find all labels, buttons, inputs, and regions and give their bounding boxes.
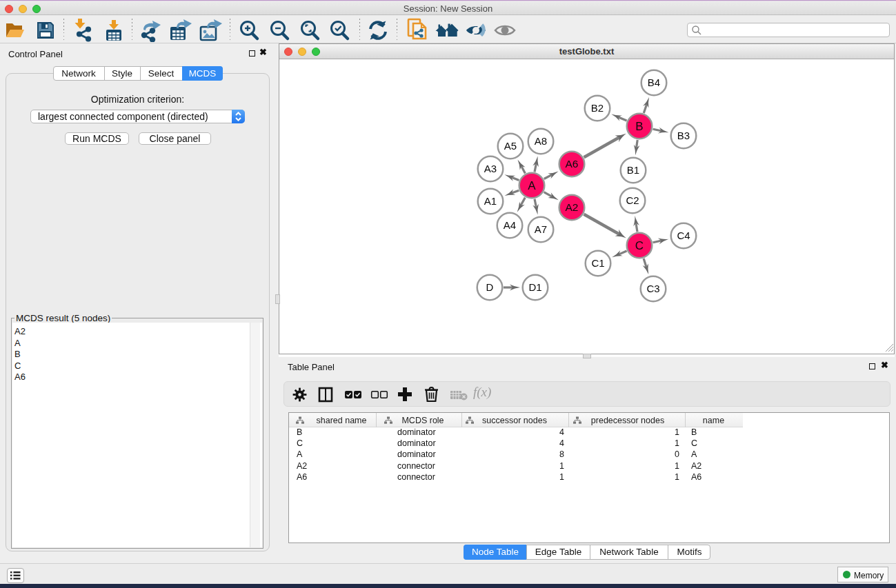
- svg-text:B: B: [635, 120, 643, 133]
- svg-text:A4: A4: [504, 219, 516, 231]
- svg-text:C2: C2: [626, 194, 639, 206]
- svg-text:D: D: [486, 281, 494, 293]
- svg-text:A8: A8: [535, 135, 547, 147]
- svg-text:A5: A5: [504, 140, 517, 152]
- svg-text:A6: A6: [566, 158, 579, 170]
- svg-text:C3: C3: [646, 283, 659, 294]
- svg-text:A3: A3: [484, 163, 497, 174]
- svg-text:A: A: [528, 179, 536, 192]
- svg-text:C1: C1: [591, 257, 604, 269]
- svg-text:B4: B4: [648, 77, 660, 88]
- svg-text:A1: A1: [484, 195, 497, 207]
- svg-text:B3: B3: [677, 130, 690, 141]
- svg-text:D1: D1: [528, 281, 541, 293]
- svg-text:C: C: [635, 239, 644, 252]
- svg-text:C4: C4: [677, 230, 690, 241]
- svg-text:B2: B2: [591, 102, 604, 114]
- svg-text:B1: B1: [627, 164, 639, 176]
- svg-text:A2: A2: [566, 201, 579, 213]
- svg-text:A7: A7: [535, 223, 547, 235]
